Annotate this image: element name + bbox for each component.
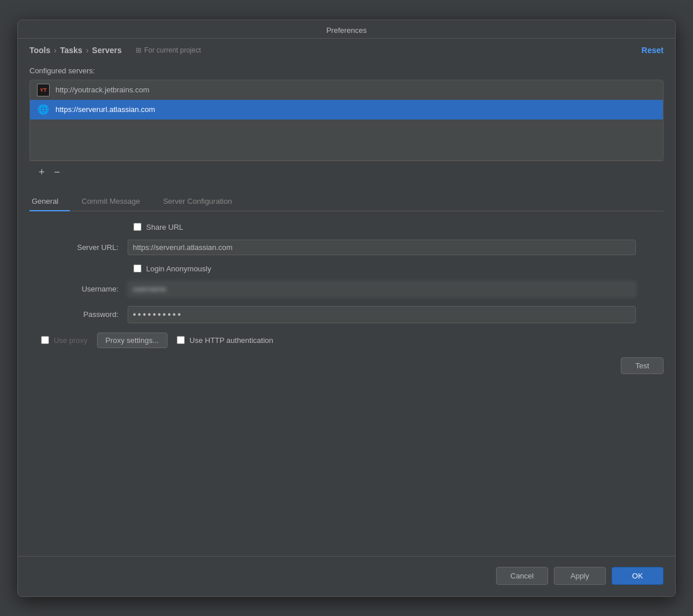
server-url-row: Server URL:: [29, 240, 664, 255]
configured-servers-label: Configured servers:: [29, 66, 664, 75]
share-url-checkbox-wrap[interactable]: Share URL: [133, 223, 183, 232]
tab-content-general: Share URL Server URL: Login Anonymously …: [29, 211, 664, 556]
project-icon: ⊞: [136, 46, 141, 54]
remove-server-button[interactable]: −: [51, 166, 64, 178]
server-url-youtrack: http://youtrack.jetbrains.com: [55, 85, 150, 94]
reset-button[interactable]: Reset: [642, 46, 664, 55]
youtrack-icon: YT: [37, 84, 50, 96]
server-url-atlassian: https://serverurl.atlassian.com: [55, 105, 155, 114]
server-item-atlassian[interactable]: 🌐 https://serverurl.atlassian.com: [30, 100, 663, 120]
footer: Cancel Apply OK: [18, 556, 675, 596]
use-proxy-checkbox-wrap[interactable]: Use proxy: [41, 336, 88, 345]
preferences-dialog: Preferences Tools › Tasks › Servers ⊞ Fo…: [17, 20, 676, 597]
use-http-auth-label: Use HTTP authentication: [189, 336, 273, 345]
login-anon-row: Login Anonymously: [133, 264, 664, 273]
content-area: Configured servers: YT http://youtrack.j…: [18, 61, 675, 556]
server-url-label-text: Server URL:: [29, 243, 128, 252]
server-list: YT http://youtrack.jetbrains.com 🌐 https…: [29, 80, 664, 160]
breadcrumb-sep1: ›: [54, 46, 57, 55]
use-http-auth-checkbox[interactable]: [177, 336, 185, 344]
tabs-bar: General Commit Message Server Configurat…: [29, 192, 664, 211]
use-proxy-label: Use proxy: [54, 336, 88, 345]
apply-button[interactable]: Apply: [554, 567, 606, 585]
server-list-actions: + −: [29, 160, 664, 183]
breadcrumb-tasks: Tasks: [60, 46, 83, 55]
username-label-text: Username:: [29, 285, 128, 293]
server-url-input[interactable]: [128, 240, 636, 255]
add-server-button[interactable]: +: [35, 166, 49, 178]
tab-commit-message[interactable]: Commit Message: [70, 192, 151, 211]
breadcrumb-servers: Servers: [92, 46, 121, 55]
breadcrumb-sep2: ›: [86, 46, 89, 55]
server-item-youtrack[interactable]: YT http://youtrack.jetbrains.com: [30, 80, 663, 100]
login-anon-checkbox[interactable]: [133, 264, 141, 272]
breadcrumb-tools: Tools: [29, 46, 50, 55]
use-proxy-checkbox[interactable]: [41, 336, 49, 344]
share-url-row: Share URL: [133, 223, 664, 232]
username-row: Username:: [29, 281, 664, 297]
password-row: Password:: [29, 306, 664, 323]
share-url-checkbox[interactable]: [133, 223, 141, 231]
test-button[interactable]: Test: [621, 357, 664, 374]
test-row: Test: [29, 357, 664, 374]
password-input[interactable]: [128, 306, 636, 323]
tab-server-configuration[interactable]: Server Configuration: [151, 192, 243, 211]
share-url-label: Share URL: [146, 223, 183, 232]
cancel-button[interactable]: Cancel: [496, 567, 548, 585]
login-anon-checkbox-wrap[interactable]: Login Anonymously: [133, 264, 211, 273]
password-label-text: Password:: [29, 310, 128, 319]
username-input[interactable]: [128, 281, 636, 297]
proxy-settings-button[interactable]: Proxy settings...: [97, 333, 167, 348]
header-nav: Tools › Tasks › Servers ⊞ For current pr…: [18, 39, 675, 61]
use-http-auth-checkbox-wrap[interactable]: Use HTTP authentication: [177, 336, 273, 345]
atlassian-icon: 🌐: [37, 103, 50, 116]
login-anon-label: Login Anonymously: [146, 264, 211, 273]
ok-button[interactable]: OK: [612, 567, 664, 585]
proxy-row: Use proxy Proxy settings... Use HTTP aut…: [41, 333, 664, 348]
dialog-title: Preferences: [326, 26, 367, 35]
title-bar: Preferences: [18, 20, 675, 39]
for-project-label: ⊞ For current project: [136, 46, 201, 54]
breadcrumb: Tools › Tasks › Servers: [29, 46, 122, 55]
tab-general[interactable]: General: [29, 192, 70, 211]
